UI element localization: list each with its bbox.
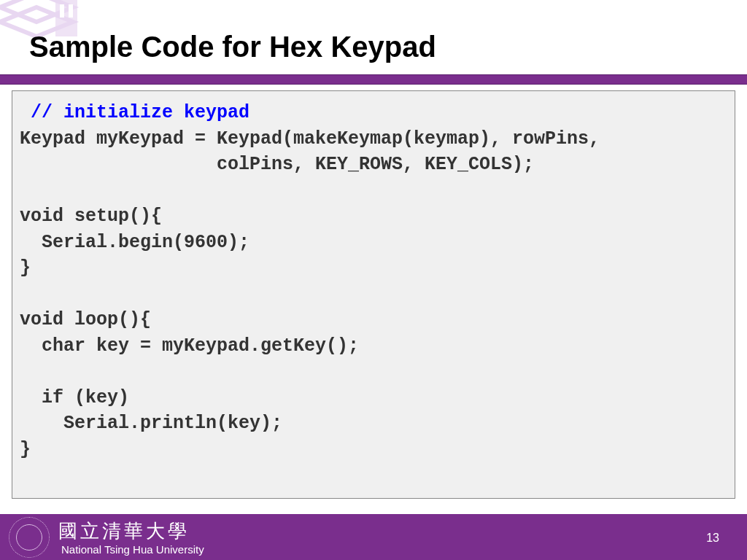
university-seal-icon bbox=[9, 517, 50, 558]
title-divider-bar bbox=[0, 74, 747, 85]
university-name-english: National Tsing Hua University bbox=[61, 543, 204, 556]
code-comment: // initialize keypad bbox=[20, 102, 249, 123]
svg-rect-2 bbox=[69, 4, 73, 18]
code-line: void loop(){ bbox=[20, 309, 151, 330]
page-number: 13 bbox=[706, 532, 719, 545]
svg-rect-1 bbox=[60, 4, 64, 18]
code-line: Serial.begin(9600); bbox=[20, 232, 249, 253]
code-line: } bbox=[20, 439, 31, 460]
code-line: } bbox=[20, 257, 31, 279]
code-line: void setup(){ bbox=[20, 206, 162, 227]
code-line: Serial.println(key); bbox=[20, 413, 282, 434]
code-line: char key = myKeypad.getKey(); bbox=[20, 335, 359, 357]
university-name-chinese: 國立清華大學 bbox=[58, 518, 190, 544]
code-line: colPins, KEY_ROWS, KEY_COLS); bbox=[20, 154, 534, 175]
code-line: if (key) bbox=[20, 387, 129, 408]
slide-title: Sample Code for Hex Keypad bbox=[29, 31, 436, 63]
footer-bar: 國立清華大學 National Tsing Hua University 13 bbox=[0, 513, 747, 560]
code-line: Keypad myKeypad = Keypad(makeKeymap(keym… bbox=[20, 128, 600, 149]
code-block: // initialize keypad Keypad myKeypad = K… bbox=[12, 90, 735, 499]
